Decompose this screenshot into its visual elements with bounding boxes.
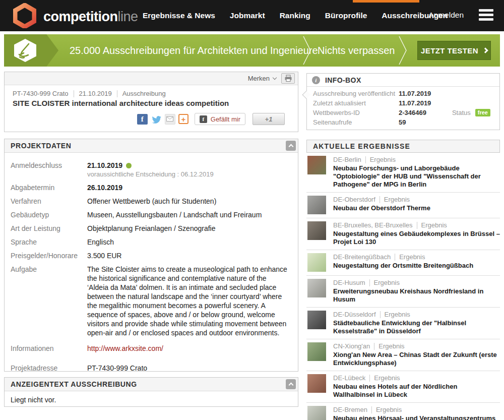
result-title: Städtebauliche Entwicklung der "Halbinse… (333, 319, 500, 335)
divider (369, 375, 370, 382)
result-tag: Ergebnis (385, 311, 410, 319)
result-meta: DE-Oberstdorf Ergebnis (333, 196, 430, 204)
divider (365, 156, 366, 163)
result-tag: Ergebnis (374, 279, 400, 287)
row-subnote: voraussichtliche Entscheidung : 06.12.20… (87, 170, 292, 178)
login-link[interactable]: Anmelden (428, 11, 464, 20)
row-value: 11.07.2019 (399, 98, 431, 108)
row-preisgelder: Preisgelder/Honorare 3.500 EUR (11, 251, 292, 260)
article-type: Ausschreibung (122, 90, 166, 97)
result-thumbnail (307, 279, 326, 297)
row-label: Abgabetermin (11, 183, 87, 192)
section-title: INFO-BOX (325, 76, 361, 84)
result-text: DE-Husum Ergebnis Erweiterungsneubau Kre… (333, 279, 500, 304)
banner-chevron-separator (398, 34, 408, 67)
divider (417, 222, 417, 229)
row-value: 59 (399, 117, 406, 127)
info-row-aktualisiert: Zuletzt aktualisiert 11.07.2019 (313, 98, 493, 108)
result-meta: CN-Xiong'an Ergebnis (333, 342, 500, 350)
row-aufgabe: Aufgabe The Site Cloister aims to create… (11, 265, 292, 337)
result-location: DE-Breitengüßbach (333, 253, 391, 261)
result-location: DE-Berlin (333, 156, 361, 164)
result-location: DE-Bremen (333, 406, 367, 414)
merken-label: Merken (248, 75, 270, 82)
nav-item-bueroprofile[interactable]: Büroprofile (325, 11, 367, 20)
page-title: SITE CLOISTER international architecture… (13, 99, 290, 107)
result-meta: DE-Husum Ergebnis (333, 279, 500, 287)
twitter-share-icon[interactable] (151, 114, 162, 125)
facebook-like-button[interactable]: f Gefällt mir (195, 113, 245, 125)
result-item[interactable]: DE-Husum Ergebnis Erweiterungsneubau Kre… (306, 276, 500, 308)
result-item[interactable]: DE-Oberstdorf Ergebnis Neubau der Oberst… (306, 193, 500, 218)
result-text: DE-Lübeck Ergebnis Neubau eines Hotels a… (333, 374, 500, 399)
social-share-bar: f + f Gefällt mir +1 (13, 113, 290, 125)
anzeigentext-section: ANZEIGENTEXT AUSSCHREIBUNG Liegt nicht v… (4, 377, 298, 407)
row-art-der-leistung: Art der Leistung Objektplanung Freianlag… (11, 224, 292, 233)
row-value: Offener Wettbewerb (auch für Studenten) (87, 197, 216, 205)
result-title: Neubau eines Hotels auf der Nördlichen W… (333, 383, 500, 399)
result-item[interactable]: BE-Bruxelles, BE-Bruxelles Ergebnis Neug… (306, 218, 500, 250)
nav-item-ranking[interactable]: Ranking (280, 11, 310, 20)
result-thumbnail (307, 221, 326, 240)
print-button[interactable] (281, 73, 295, 84)
result-tag: Ergebnis (379, 342, 404, 350)
result-item[interactable]: DE-Berlin Ergebnis Neubau Forschungs- un… (306, 153, 500, 193)
row-anmeldeschluss: Anmeldeschluss 21.10.2019 voraussichtlic… (11, 161, 292, 178)
result-title: Erweiterungsneubau Kreishaus Nordfriesla… (333, 287, 500, 304)
anzeigentext-header: ANZEIGENTEXT AUSSCHREIBUNG (5, 378, 298, 391)
info-row-veroeffentlicht: Ausschreibung veröffentlicht 11.07.2019 (313, 89, 493, 98)
printer-icon (284, 75, 292, 82)
chevron-up-icon (288, 144, 293, 149)
share-more-icon[interactable]: + (178, 114, 188, 124)
row-label: Preisgelder/Honorare (11, 251, 87, 260)
result-thumbnail (307, 311, 326, 329)
collapse-button[interactable] (286, 141, 296, 151)
ergebnisse-header: AKTUELLE ERGEBNISSE (306, 140, 500, 153)
result-text: DE-Oberstdorf Ergebnis Neubau der Oberst… (333, 196, 430, 214)
result-meta: DE-Berlin Ergebnis (333, 156, 500, 164)
result-item[interactable]: CN-Xiong'an Ergebnis Xiong'an New Area –… (306, 339, 500, 371)
hamburger-menu-icon[interactable] (479, 9, 493, 21)
collapse-button[interactable] (286, 379, 296, 389)
divider (395, 254, 395, 261)
row-projektadresse: Projektadresse PT-7430-999 Crato (11, 364, 292, 373)
row-value: 2-346469 (399, 108, 426, 117)
nav-item-ergebnisse-news[interactable]: Ergebnisse & News (143, 11, 215, 20)
result-title: Neugestaltung eines Gebäudekomplexes in … (333, 230, 500, 246)
result-item[interactable]: DE-Lübeck Ergebnis Neubau eines Hotels a… (306, 371, 500, 403)
divider (371, 406, 372, 413)
result-location: BE-Bruxelles, BE-Bruxelles (333, 221, 413, 229)
brand-logo[interactable]: competitionline (13, 3, 138, 30)
aktuelle-ergebnisse-section: AKTUELLE ERGEBNISSE DE-Berlin Ergebnis N… (306, 140, 500, 420)
nav-item-jobmarkt[interactable]: Jobmarkt (230, 11, 265, 20)
result-item[interactable]: DE-Bremen Ergebnis Neubau eines Hörsaal-… (306, 403, 500, 420)
anzeigentext-body: Liegt nicht vor. (5, 391, 298, 408)
result-item[interactable]: DE-Düsseldorf Ergebnis Städtebauliche En… (306, 308, 500, 339)
result-text: DE-Berlin Ergebnis Neubau Forschungs- un… (333, 156, 500, 189)
result-thumbnail (307, 156, 326, 174)
row-gebaeudetyp: Gebäudetyp Museen, Ausstellungsbauten / … (11, 210, 292, 219)
website-link[interactable]: http://www.arkxsite.com/ (87, 344, 163, 352)
article-toolbar: Merken (5, 72, 298, 85)
result-meta: DE-Düsseldorf Ergebnis (333, 311, 500, 319)
google-plusone-button[interactable]: +1 (253, 113, 285, 125)
result-meta: DE-Breitengüßbach Ergebnis (333, 253, 473, 261)
result-text: CN-Xiong'an Ergebnis Xiong'an New Area –… (333, 342, 500, 367)
result-item[interactable]: DE-Breitengüßbach Ergebnis Neugestaltung… (306, 250, 500, 276)
article-date: 21.10.2019 (79, 90, 112, 97)
facebook-share-icon[interactable]: f (137, 114, 148, 125)
result-location: DE-Düsseldorf (333, 311, 376, 319)
result-meta: BE-Bruxelles, BE-Bruxelles Ergebnis (333, 221, 500, 229)
merken-dropdown[interactable]: Merken (248, 75, 276, 82)
result-thumbnail (307, 406, 326, 420)
main-navigation: Ergebnisse & News Jobmarkt Ranking Bürop… (143, 0, 448, 31)
result-thumbnail (307, 253, 326, 272)
row-label: Art der Leistung (11, 224, 87, 233)
info-row-seitenaufrufe: Seitenaufrufe 59 (313, 117, 493, 127)
banner-chevron-separator (302, 34, 312, 67)
project-id: PT-7430-999 Crato (13, 90, 69, 97)
jetzt-testen-button[interactable]: JETZT TESTEN (417, 41, 491, 60)
email-share-icon[interactable] (165, 114, 175, 125)
row-informationen: Informationen http://www.arkxsite.com/ (11, 344, 292, 353)
section-title: AKTUELLE ERGEBNISSE (313, 142, 410, 150)
